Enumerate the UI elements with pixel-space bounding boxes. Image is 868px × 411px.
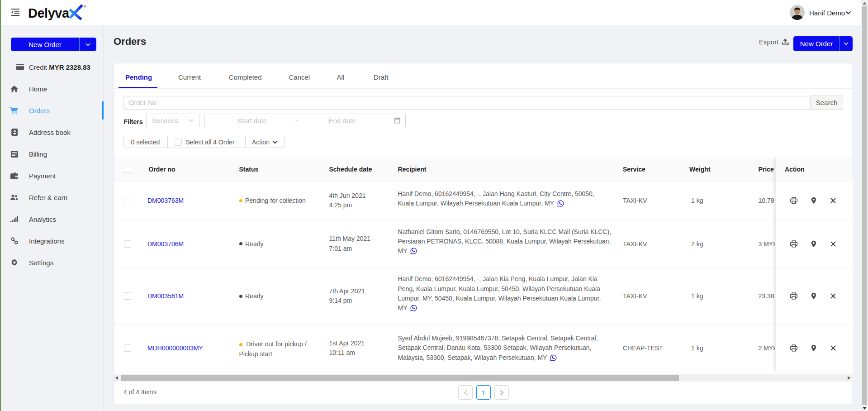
svg-text:®: ® (84, 5, 87, 9)
